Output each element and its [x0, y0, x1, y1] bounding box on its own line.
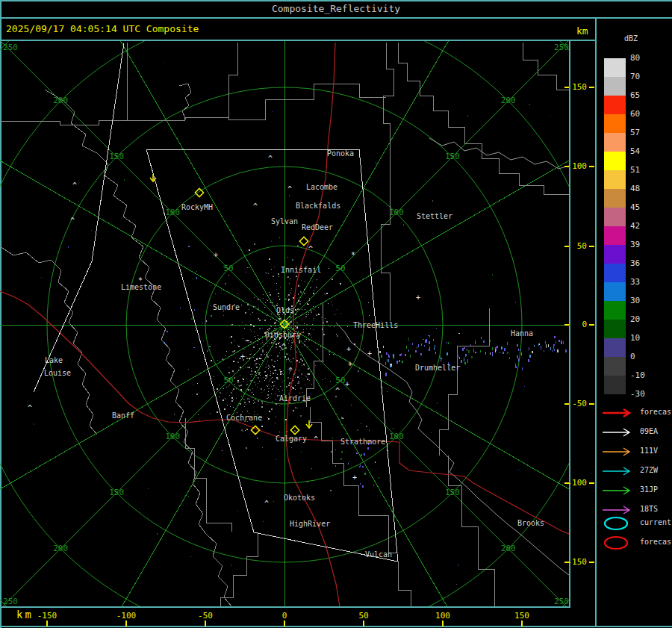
clutter-speck	[267, 361, 268, 361]
clutter-speck	[306, 339, 307, 340]
echo-speck	[188, 496, 189, 497]
clutter-speck	[249, 342, 249, 343]
clutter-speck	[287, 431, 287, 432]
clutter-speck	[287, 406, 288, 407]
echo-speck	[546, 344, 547, 348]
dbz-swatch	[604, 114, 626, 133]
clutter-speck	[253, 400, 254, 401]
dbz-scale-label: 39	[630, 240, 640, 249]
echo-speck	[221, 290, 222, 290]
right-axis-label: -50	[566, 399, 587, 408]
clutter-speck	[295, 320, 296, 320]
echo-speck	[356, 453, 358, 454]
clutter-speck	[258, 383, 258, 384]
clutter-speck	[250, 314, 251, 315]
clutter-speck	[361, 335, 361, 335]
point-marker: ^	[281, 343, 286, 351]
clutter-speck	[292, 364, 293, 364]
clutter-speck	[276, 377, 278, 379]
clutter-speck	[219, 385, 220, 385]
clutter-speck	[290, 279, 290, 279]
echo-speck	[379, 477, 379, 479]
echo-speck	[518, 470, 519, 470]
clutter-speck	[174, 414, 175, 414]
clutter-speck	[249, 267, 249, 268]
clutter-speck	[281, 371, 282, 372]
clutter-speck	[261, 392, 262, 393]
clutter-speck	[313, 329, 314, 330]
clutter-speck	[280, 403, 281, 404]
clutter-speck	[340, 313, 341, 314]
clutter-speck	[259, 320, 261, 321]
clutter-speck	[296, 276, 297, 277]
clutter-speck	[279, 342, 280, 343]
clutter-speck	[282, 390, 283, 391]
clutter-speck	[270, 319, 271, 320]
clutter-speck	[276, 346, 277, 348]
echo-speck	[431, 432, 432, 433]
echo-speck	[388, 359, 389, 362]
echo-speck	[517, 344, 518, 346]
dbz-swatch	[604, 264, 626, 282]
echo-speck	[457, 355, 458, 358]
ring-distance-label: 200	[53, 544, 68, 553]
echo-speck	[492, 274, 493, 276]
clutter-speck	[286, 386, 287, 388]
clutter-speck	[269, 292, 270, 293]
bottom-axis-tick	[46, 621, 48, 627]
vector-arrow-09EA	[601, 426, 634, 438]
clutter-speck	[270, 302, 271, 303]
dbz-scale-label: 33	[630, 277, 640, 287]
clutter-speck	[243, 338, 243, 339]
vector-label: 27ZW	[640, 466, 658, 474]
clutter-speck	[240, 375, 240, 376]
clutter-speck	[301, 373, 302, 375]
clutter-speck	[306, 314, 307, 315]
clutter-speck	[271, 326, 272, 327]
clutter-speck	[261, 401, 263, 402]
echo-speck	[447, 342, 447, 343]
bottom-border	[0, 626, 672, 627]
clutter-speck	[308, 346, 308, 347]
clutter-speck	[261, 406, 263, 408]
clutter-speck	[219, 397, 220, 397]
clutter-speck	[335, 314, 335, 315]
clutter-speck	[246, 404, 246, 405]
clutter-speck	[271, 378, 272, 379]
city-label: Drumheller	[415, 364, 460, 372]
clutter-speck	[256, 367, 258, 368]
clutter-speck	[250, 341, 252, 343]
clutter-speck	[340, 283, 341, 285]
clutter-speck	[278, 343, 279, 344]
clutter-speck	[288, 294, 290, 296]
echo-speck	[91, 230, 92, 231]
clutter-speck	[387, 391, 388, 392]
echo-speck	[429, 349, 430, 351]
clutter-speck	[270, 367, 270, 368]
county-boundary	[448, 456, 494, 606]
clutter-speck	[293, 379, 293, 379]
clutter-speck	[252, 392, 252, 393]
clutter-speck	[299, 341, 300, 342]
clutter-speck	[245, 312, 246, 314]
clutter-speck	[279, 432, 280, 432]
clutter-speck	[354, 343, 355, 345]
point-marker: +	[367, 349, 372, 358]
clutter-speck	[264, 344, 264, 345]
clutter-speck	[217, 360, 218, 361]
bottom-axis-label: -50	[198, 611, 213, 621]
clutter-speck	[241, 391, 242, 391]
clutter-speck	[255, 402, 255, 403]
clutter-speck	[324, 325, 325, 326]
dbz-scale-label: -10	[630, 370, 645, 380]
clutter-speck	[252, 422, 253, 423]
clutter-speck	[276, 459, 276, 460]
clutter-speck	[249, 249, 250, 251]
city-label: Blackfalds	[296, 202, 340, 210]
clutter-speck	[286, 353, 287, 355]
clutter-speck	[291, 340, 292, 341]
scale-title: dBZ	[624, 34, 638, 43]
point-marker: ^	[308, 245, 313, 253]
clutter-speck	[306, 376, 307, 377]
clutter-speck	[310, 335, 311, 335]
